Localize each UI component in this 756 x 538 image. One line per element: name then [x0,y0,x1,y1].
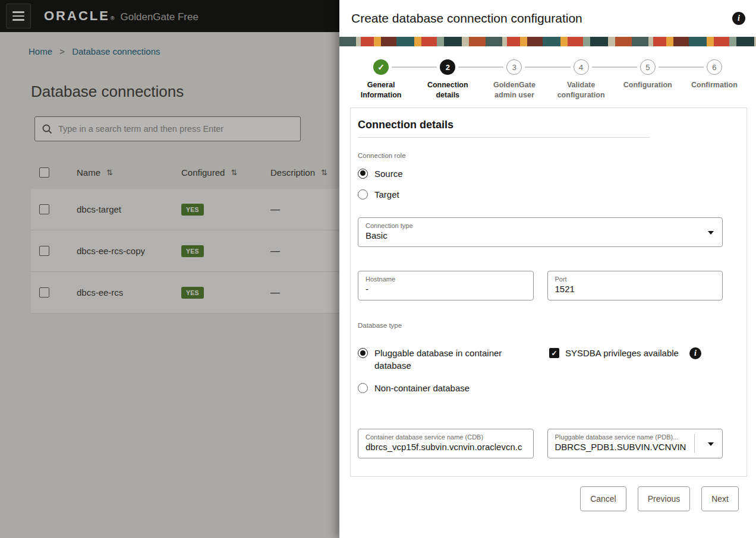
drawer-header: Create database connection configuration [339,0,756,37]
step-goldengate-admin-user[interactable]: 3 GoldenGate admin user [481,59,547,100]
step-complete-check-icon [373,59,389,75]
next-button[interactable]: Next [701,486,739,511]
connection-type-select[interactable]: Connection type Basic [358,217,723,247]
connection-role-label: Connection role [358,152,723,159]
hostname-field[interactable]: Hostname - [358,271,534,300]
sysdba-checkbox-group: SYSDBA privileges available [549,347,701,372]
chevron-down-icon [708,442,714,446]
section-divider [358,137,650,138]
radio-source[interactable]: Source [358,168,723,180]
radio-button-icon[interactable] [358,383,368,393]
step-validate-configuration[interactable]: 4 Validate configuration [548,59,615,100]
step-confirmation[interactable]: 6 Confirmation [681,59,748,100]
step-configuration[interactable]: 5 Configuration [615,59,681,100]
connection-details-panel: Connection details Connection role Sourc… [350,107,747,477]
step-number: 4 [574,59,589,75]
radio-button-icon[interactable] [358,169,368,179]
radio-pluggable-database[interactable]: Pluggable database in container database [358,347,549,372]
info-icon[interactable] [732,12,745,25]
step-number: 5 [640,59,656,75]
cancel-button[interactable]: Cancel [580,486,626,511]
pdb-service-name-select[interactable]: Pluggable database service name (PDB)...… [547,429,723,458]
sysdba-info-icon[interactable] [689,347,701,359]
decorative-banner [339,37,756,46]
step-number: 3 [506,59,522,75]
step-number: 6 [707,59,722,75]
section-title: Connection details [358,119,723,131]
create-connection-drawer: Create database connection configuration… [339,0,756,538]
chevron-down-icon [708,231,714,235]
radio-button-icon[interactable] [358,348,368,358]
step-general-information[interactable]: General Information [348,59,414,100]
radio-target[interactable]: Target [358,189,723,201]
drawer-title: Create database connection configuration [351,11,582,26]
radio-non-container-database[interactable]: Non-container database [358,382,723,394]
radio-button-icon[interactable] [358,189,368,200]
drawer-footer: Cancel Previous Next [339,477,756,511]
step-connection-details[interactable]: 2 Connection details [414,59,481,100]
cdb-service-name-field[interactable]: Container database service name (CDB) db… [358,429,534,458]
sysdba-label: SYSDBA privileges available [565,347,679,359]
database-type-label: Database type [358,322,723,329]
wizard-stepper: General Information 2 Connection details… [339,46,756,100]
previous-button[interactable]: Previous [638,486,690,511]
step-number: 2 [440,59,455,75]
port-field[interactable]: Port 1521 [547,271,723,300]
checkbox-checked-icon[interactable] [549,348,559,358]
